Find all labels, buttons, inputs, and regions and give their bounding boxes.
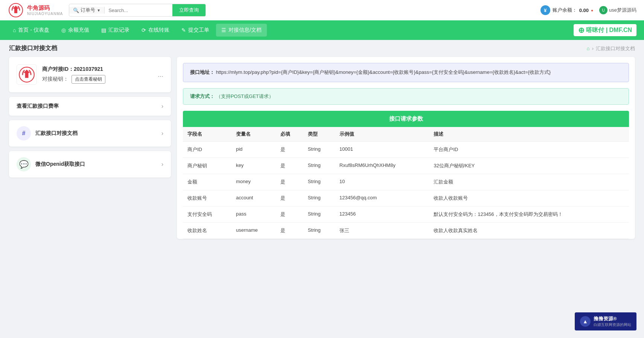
cell-example-5: 张三 [335,222,429,239]
wechat-menu-chevron-icon: › [161,161,163,168]
nav-item-recharge[interactable]: ◎ 余额充值 [56,24,94,37]
method-value: （支持POST或GET请求） [216,93,274,99]
table-row: 收款账号 account 是 String 123456@qq.com 收款人收… [183,190,629,206]
request-method-box: 请求方式： （支持POST或GET请求） [183,88,629,105]
user-label: use梦源源码 [609,7,636,14]
logo-area: 牛角源码 NIUJIAOYUANMA [8,2,63,18]
right-panel: 接口地址： https://mlym.top/pay.php?pid={商户ID… [177,57,635,239]
fee-chevron-icon: › [161,103,163,110]
search-dropdown[interactable]: 🔍 订单号 ▼ [69,7,105,14]
cell-var-4: pass [231,206,276,222]
header-left: 牛角源码 NIUJIAOYUANMA 🔍 订单号 ▼ 立即查询 [8,2,206,18]
api-url-value: https://mlym.top/pay.php?pid={商户ID}&key=… [216,69,551,75]
nav-label-recharge: 余额充值 [68,27,89,34]
table-row: 商户ID pid 是 String 10001 平台商户ID [183,141,629,158]
search-input[interactable] [105,8,172,13]
main-content: 商户对接ID：2021037921 对接秘钥： 点击查看秘钥 ... 查看汇款接… [0,57,644,248]
nav-label-dashboard: 首页 - 仪表盘 [18,27,49,34]
left-panel: 商户对接ID：2021037921 对接秘钥： 点击查看秘钥 ... 查看汇款接… [9,57,171,239]
nav-brand-label: 嗒咪付 | DMF.CN [586,26,632,34]
records-icon: ▤ [101,27,106,33]
menu-card-wechat[interactable]: 💬 微信Openid获取接口 › [9,151,171,177]
cell-var-5: username [231,222,276,239]
docs-menu-chevron-icon: › [161,130,163,137]
page-title: 汇款接口对接文档 [9,44,57,52]
nav-item-dashboard[interactable]: ⌂ 首页 - 仪表盘 [8,24,55,37]
cell-desc-2: 汇款金额 [429,174,629,190]
secret-key-button[interactable]: 点击查看秘钥 [72,75,105,84]
merchant-top: 商户对接ID：2021037921 对接秘钥： 点击查看秘钥 ... [17,64,163,85]
api-url-label: 接口地址： [190,69,215,75]
fee-rate-label: 查看汇款接口费率 [17,103,59,110]
col-desc: 描述 [429,127,629,142]
wechat-menu-icon: 💬 [17,157,31,171]
nav-items: ⌂ 首页 - 仪表盘 ◎ 余额充值 ▤ 汇款记录 ⟳ 在线转账 ✎ 提交工单 ☰… [8,24,267,37]
cell-var-3: account [231,190,276,206]
breadcrumb-bar: 汇款接口对接文档 ⌂ › 汇款接口对接文档 [0,40,644,57]
nav-item-workorder[interactable]: ✎ 提交工单 [176,24,215,37]
cell-example-3: 123456@qq.com [335,190,429,206]
table-row: 商户秘钥 key 是 String Rxuf8sRM6UrhQhXHM8y 32… [183,158,629,174]
method-label: 请求方式： [190,93,215,99]
balance-label: 账户余额： [553,7,577,14]
fee-rate-card[interactable]: 查看汇款接口费率 › [9,97,171,116]
cell-required-5: 是 [276,222,303,239]
menu-card-docs[interactable]: # 汇款接口对接文档 › [9,120,171,147]
params-header: 接口请求参数 [183,111,629,127]
nav-logo-right: ⊕ 嗒咪付 | DMF.CN [574,24,636,36]
breadcrumb-separator: › [592,46,594,51]
cell-required-4: 是 [276,206,303,222]
cell-desc-0: 平台商户ID [429,141,629,158]
breadcrumb-home-icon[interactable]: ⌂ [587,46,590,51]
table-header-row: 字段名 变量名 必填 类型 示例值 描述 [183,127,629,142]
table-row: 支付安全码 pass 是 String 123456 默认支付安全码为：1234… [183,206,629,222]
nav-label-workorder: 提交工单 [188,27,209,34]
cell-type-2: String [303,174,335,190]
logo-icon [8,2,24,18]
cell-desc-3: 收款人收款账号 [429,190,629,206]
cell-required-0: 是 [276,141,303,158]
balance-area: ¥ 账户余额： 0.00 ● [540,5,593,15]
table-row: 收款姓名 username 是 String 张三 收款人收款真实姓名 [183,222,629,239]
user-area[interactable]: U use梦源源码 [599,6,636,14]
home-icon: ⌂ [13,27,16,33]
search-button[interactable]: 立即查询 [172,4,206,17]
transfer-icon: ⟳ [142,27,146,33]
nav-label-records: 汇款记录 [108,27,129,34]
cell-example-2: 10 [335,174,429,190]
cell-field-4: 支付安全码 [183,206,231,222]
header-right: ¥ 账户余额： 0.00 ● U use梦源源码 [540,5,636,15]
cell-field-1: 商户秘钥 [183,158,231,174]
nav-label-transfer: 在线转账 [148,27,169,34]
merchant-card: 商户对接ID：2021037921 对接秘钥： 点击查看秘钥 ... [9,57,171,92]
cell-example-4: 123456 [335,206,429,222]
cell-var-0: pid [231,141,276,158]
nav-item-transfer[interactable]: ⟳ 在线转账 [136,24,175,37]
cell-required-1: 是 [276,158,303,174]
cell-example-1: Rxuf8sRM6UrhQhXHM8y [335,158,429,174]
params-table: 字段名 变量名 必填 类型 示例值 描述 商户ID pid 是 String 1… [183,127,629,239]
balance-value: 0.00 [579,8,589,13]
secret-key-row: 对接秘钥： 点击查看秘钥 [42,75,105,84]
nav-item-docs[interactable]: ☰ 对接信息/文档 [216,24,267,37]
header: 牛角源码 NIUJIAOYUANMA 🔍 订单号 ▼ 立即查询 ¥ 账户余额： … [0,0,644,20]
nav-item-records[interactable]: ▤ 汇款记录 [96,24,135,37]
merchant-logo [17,64,37,85]
cell-desc-5: 收款人收款真实姓名 [429,222,629,239]
cell-type-5: String [303,222,335,239]
more-options-icon[interactable]: ... [158,71,163,79]
logo-text: 牛角源码 NIUJIAOYUANMA [27,4,63,17]
col-var: 变量名 [231,127,276,142]
search-bar[interactable]: 🔍 订单号 ▼ 立即查询 [69,4,206,17]
cell-example-0: 10001 [335,141,429,158]
cell-required-3: 是 [276,190,303,206]
menu-card-docs-left: # 汇款接口对接文档 [17,126,78,141]
cell-desc-4: 默认支付安全码为：123456，本支付安全码即为交易密码！ [429,206,629,222]
yuan-icon: ¥ [540,5,550,15]
avatar: U [599,6,607,14]
search-icon: 🔍 [73,8,79,13]
wechat-menu-label: 微信Openid获取接口 [35,161,85,168]
cell-var-2: money [231,174,276,190]
cell-desc-1: 32位商户秘钥/KEY [429,158,629,174]
cell-type-0: String [303,141,335,158]
